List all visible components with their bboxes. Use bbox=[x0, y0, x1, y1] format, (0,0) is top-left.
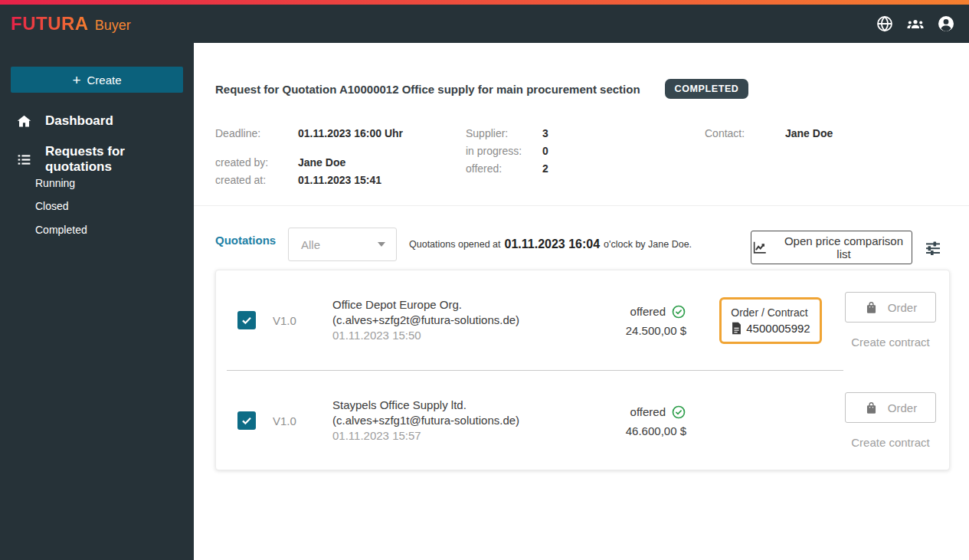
chart-line-icon bbox=[751, 239, 768, 256]
create-button-label: Create bbox=[87, 74, 122, 87]
created-by-value: Jane Doe bbox=[298, 156, 345, 169]
quotation-row: V1.0 Staypels Office Supply ltd. (c.alve… bbox=[216, 371, 949, 470]
supplier-email: (c.alves+szfg2t@futura-solutions.de) bbox=[332, 313, 602, 328]
quotation-version: V1.0 bbox=[273, 314, 332, 327]
order-contract-box[interactable]: Order / Contract 4500005992 bbox=[719, 297, 821, 344]
supplier-count-label: Supplier: bbox=[466, 127, 508, 139]
offer-status: offered bbox=[630, 405, 666, 418]
home-icon bbox=[16, 113, 32, 129]
create-contract-link[interactable]: Create contract bbox=[851, 336, 930, 349]
open-price-comparison-button[interactable]: Open price comparison list bbox=[751, 231, 912, 264]
section-divider bbox=[194, 205, 969, 206]
order-number: 4500005992 bbox=[746, 322, 810, 335]
list-icon bbox=[16, 152, 32, 168]
opened-datetime: 01.11.2023 16:04 bbox=[505, 237, 601, 251]
filter-settings-icon[interactable] bbox=[924, 239, 942, 257]
check-icon bbox=[241, 414, 253, 427]
plus-icon: + bbox=[72, 73, 80, 87]
sidebar-item-running[interactable]: Running bbox=[35, 177, 75, 189]
quotation-date: 01.11.2023 15:50 bbox=[332, 328, 602, 343]
order-button[interactable]: Order bbox=[845, 392, 936, 423]
status-badge: COMPLETED bbox=[665, 79, 749, 99]
sidebar-item-label: Requests for quotations bbox=[45, 144, 194, 175]
app-header: FUTURA Buyer bbox=[0, 5, 969, 43]
deadline-value: 01.11.2023 16:00 Uhr bbox=[298, 127, 403, 139]
deadline-label: Deadline: bbox=[215, 127, 260, 139]
offer-status: offered bbox=[630, 305, 666, 318]
created-by-label: created by: bbox=[215, 156, 268, 169]
brand-logo: FUTURA bbox=[11, 13, 89, 34]
compare-button-label: Open price comparison list bbox=[776, 234, 912, 260]
shopping-bag-icon bbox=[864, 401, 879, 415]
groups-icon[interactable] bbox=[906, 15, 925, 33]
sidebar-item-label: Dashboard bbox=[45, 113, 113, 129]
account-icon[interactable] bbox=[937, 15, 955, 33]
created-at-value: 01.11.2023 15:41 bbox=[298, 174, 381, 186]
offered-count-label: offered: bbox=[466, 162, 502, 175]
title-row: Request for Quotation A10000012 Office s… bbox=[215, 79, 948, 99]
brand: FUTURA Buyer bbox=[11, 13, 131, 34]
sidebar-item-completed[interactable]: Completed bbox=[35, 224, 87, 236]
create-contract-link[interactable]: Create contract bbox=[851, 436, 930, 449]
supplier-name: Staypels Office Supply ltd. bbox=[332, 398, 602, 413]
contact-value: Jane Doe bbox=[785, 127, 833, 139]
check-icon bbox=[241, 314, 253, 326]
globe-icon[interactable] bbox=[876, 15, 894, 33]
quotations-card: V1.0 Office Depot Europe Org. (c.alves+s… bbox=[215, 270, 950, 470]
sidebar-item-dashboard[interactable]: Dashboard bbox=[0, 111, 194, 131]
page-title: Request for Quotation A10000012 Office s… bbox=[215, 83, 640, 96]
header-icons bbox=[876, 15, 955, 33]
order-button-label: Order bbox=[888, 401, 917, 414]
quotations-opened-text: Quotations opened at 01.11.2023 16:04 o'… bbox=[409, 228, 692, 261]
supplier-count: 3 bbox=[542, 127, 548, 139]
offered-check-icon bbox=[671, 404, 686, 420]
row-checkbox[interactable] bbox=[237, 311, 256, 329]
quotations-filter-select[interactable]: Alle bbox=[288, 228, 397, 261]
contact-label: Contact: bbox=[705, 127, 745, 139]
row-checkbox[interactable] bbox=[237, 411, 256, 430]
supplier-email: (c.alves+szfg1t@futura-solutions.de) bbox=[332, 413, 602, 428]
quotation-row: V1.0 Office Depot Europe Org. (c.alves+s… bbox=[216, 270, 949, 370]
brand-suffix-label: Buyer bbox=[95, 18, 131, 34]
shopping-bag-icon bbox=[864, 300, 879, 315]
order-contract-label: Order / Contract bbox=[731, 306, 810, 319]
opened-suffix: o'clock by Jane Doe. bbox=[604, 239, 692, 250]
supplier-name: Office Depot Europe Org. bbox=[332, 297, 602, 313]
in-progress-label: in progress: bbox=[466, 145, 522, 157]
offered-count: 2 bbox=[542, 162, 548, 175]
create-button[interactable]: + Create bbox=[11, 67, 183, 93]
quotation-date: 01.11.2023 15:57 bbox=[332, 428, 602, 444]
main-content: Request for Quotation A10000012 Office s… bbox=[194, 43, 969, 560]
in-progress-count: 0 bbox=[542, 145, 548, 157]
opened-prefix: Quotations opened at bbox=[409, 239, 501, 250]
offered-check-icon bbox=[671, 304, 686, 319]
app: FUTURA Buyer bbox=[0, 0, 969, 560]
order-button-label: Order bbox=[888, 301, 917, 314]
quotations-section-label: Quotations bbox=[215, 234, 276, 247]
document-icon bbox=[731, 322, 742, 335]
sidebar: + Create Dashboard Requests for quotatio… bbox=[0, 43, 194, 560]
offer-amount: 24.500,00 $ bbox=[626, 324, 686, 337]
order-button[interactable]: Order bbox=[845, 292, 936, 323]
chevron-down-icon bbox=[378, 242, 385, 247]
sidebar-item-closed[interactable]: Closed bbox=[35, 200, 69, 212]
quotation-version: V1.0 bbox=[273, 414, 332, 427]
filter-selected-value: Alle bbox=[301, 238, 320, 251]
created-at-label: created at: bbox=[215, 174, 266, 186]
offer-amount: 46.600,00 $ bbox=[626, 424, 686, 437]
sidebar-item-requests[interactable]: Requests for quotations bbox=[0, 149, 194, 169]
